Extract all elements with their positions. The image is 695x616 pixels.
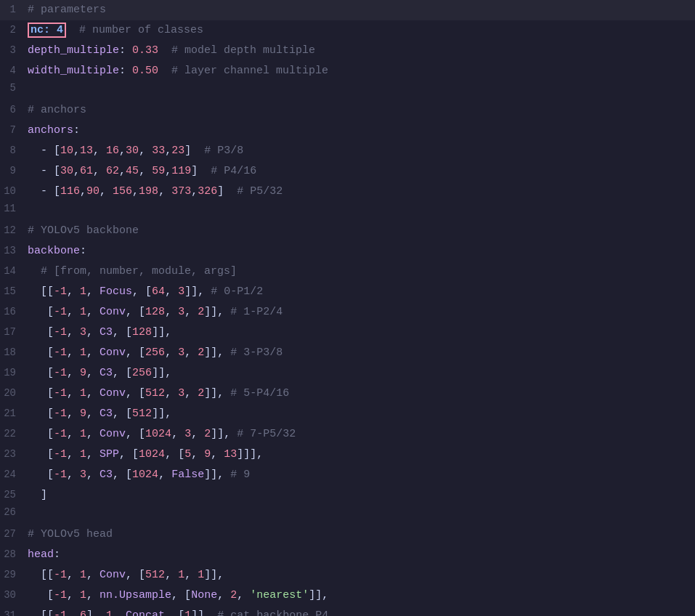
code-line: 18 [-1, 1, Conv, [256, 3, 2]], # 3-P3/8 bbox=[0, 343, 695, 363]
token: ]], bbox=[204, 346, 230, 359]
token: # parameters bbox=[28, 4, 106, 16]
token: head bbox=[28, 548, 54, 561]
line-number: 18 bbox=[0, 346, 28, 358]
token: , bbox=[67, 569, 80, 581]
token: , bbox=[86, 367, 99, 379]
line-content: anchors: bbox=[28, 121, 695, 140]
token: , bbox=[86, 326, 99, 339]
token: [ bbox=[28, 589, 54, 601]
code-line: 16 [-1, 1, Conv, [128, 3, 2]], # 1-P2/4 bbox=[0, 302, 695, 323]
token: , bbox=[67, 346, 80, 359]
token: 1 bbox=[80, 428, 86, 440]
token: , bbox=[93, 145, 106, 157]
token: , bbox=[191, 448, 204, 461]
line-content: # YOLOv5 backbone bbox=[28, 222, 695, 240]
line-number: 31 bbox=[0, 609, 28, 616]
token: 116 bbox=[60, 185, 80, 198]
token: , bbox=[184, 306, 198, 318]
token: , bbox=[184, 346, 198, 359]
token: 373 bbox=[171, 185, 191, 198]
token: ] bbox=[217, 185, 237, 198]
token: 3 bbox=[178, 306, 184, 318]
token: , bbox=[67, 469, 80, 481]
token: ]], bbox=[152, 367, 178, 379]
token: : bbox=[80, 245, 86, 257]
line-number: 16 bbox=[0, 306, 28, 317]
token: 62 bbox=[106, 165, 119, 177]
code-line: 15 [[-1, 1, Focus, [64, 3]], # 0-P1/2 bbox=[0, 282, 695, 302]
token: , bbox=[165, 387, 178, 400]
line-number: 10 bbox=[0, 185, 28, 197]
token: 2 bbox=[230, 589, 237, 601]
line-number: 1 bbox=[0, 4, 28, 15]
token: 512 bbox=[145, 569, 165, 581]
token: , [ bbox=[126, 346, 145, 359]
token: , bbox=[86, 346, 99, 359]
line-number: 17 bbox=[0, 326, 28, 338]
token: : bbox=[119, 44, 132, 57]
token: # cat backbone P4 bbox=[217, 609, 328, 616]
code-line: 13backbone: bbox=[0, 241, 695, 262]
token: , [ bbox=[113, 367, 132, 379]
token: 13 bbox=[224, 448, 237, 461]
token: , [ bbox=[113, 326, 132, 339]
token: , bbox=[86, 387, 99, 400]
token: -1 bbox=[54, 367, 67, 379]
token: , bbox=[165, 145, 171, 157]
token: , bbox=[86, 306, 99, 318]
code-line: 29 [[-1, 1, Conv, [512, 1, 1]], bbox=[0, 565, 695, 585]
code-line: 11 bbox=[0, 202, 695, 221]
token: 2 bbox=[198, 346, 204, 359]
line-content: [-1, 1, Conv, [1024, 3, 2]], # 7-P5/32 bbox=[28, 425, 695, 444]
line-number: 8 bbox=[0, 145, 28, 156]
token: 1024 bbox=[132, 469, 158, 481]
token: , bbox=[67, 428, 80, 440]
token: , [ bbox=[171, 589, 191, 601]
code-line: 12# YOLOv5 backbone bbox=[0, 221, 695, 241]
token: , bbox=[158, 469, 171, 481]
token: Conv bbox=[99, 346, 126, 359]
token: , [ bbox=[165, 448, 184, 461]
token: 1 bbox=[80, 346, 86, 359]
token: 3 bbox=[80, 326, 86, 339]
token: , bbox=[99, 185, 113, 198]
token: False bbox=[171, 469, 204, 481]
line-content: # anchors bbox=[28, 101, 695, 120]
line-number: 11 bbox=[0, 203, 28, 214]
line-number: 9 bbox=[0, 165, 28, 177]
token: ]], bbox=[152, 326, 178, 339]
token: , bbox=[184, 569, 198, 581]
token: C3 bbox=[99, 326, 113, 339]
token: , bbox=[67, 326, 80, 339]
token: # 5-P4/16 bbox=[230, 387, 289, 400]
token: , bbox=[139, 165, 152, 177]
token: , bbox=[191, 185, 198, 198]
code-line: 7anchors: bbox=[0, 121, 695, 141]
token: ]]], bbox=[237, 448, 263, 461]
token: 3 bbox=[80, 469, 86, 481]
token: Conv bbox=[99, 569, 126, 581]
line-number: 25 bbox=[0, 489, 28, 500]
token: Concat bbox=[126, 609, 165, 616]
comment: # number of classes bbox=[66, 24, 203, 36]
code-editor: 1# parameters2nc: 4 # number of classes3… bbox=[0, 0, 695, 616]
token: C3 bbox=[99, 408, 113, 420]
token: # 9 bbox=[230, 469, 250, 481]
token: 30 bbox=[60, 165, 73, 177]
token: , bbox=[67, 367, 80, 379]
token: Focus bbox=[99, 285, 132, 298]
token: : bbox=[119, 65, 132, 77]
line-number: 4 bbox=[0, 65, 28, 76]
token: , bbox=[184, 387, 198, 400]
line-number: 13 bbox=[0, 245, 28, 256]
token: : bbox=[73, 124, 80, 137]
line-number: 23 bbox=[0, 448, 28, 460]
line-number: 7 bbox=[0, 124, 28, 136]
token: , bbox=[158, 185, 171, 198]
line-number: 30 bbox=[0, 589, 28, 601]
token: , [ bbox=[126, 569, 145, 581]
token: , bbox=[119, 145, 126, 157]
token: # 3-P3/8 bbox=[230, 346, 283, 359]
token: 512 bbox=[145, 387, 165, 400]
token: [ bbox=[28, 428, 54, 440]
